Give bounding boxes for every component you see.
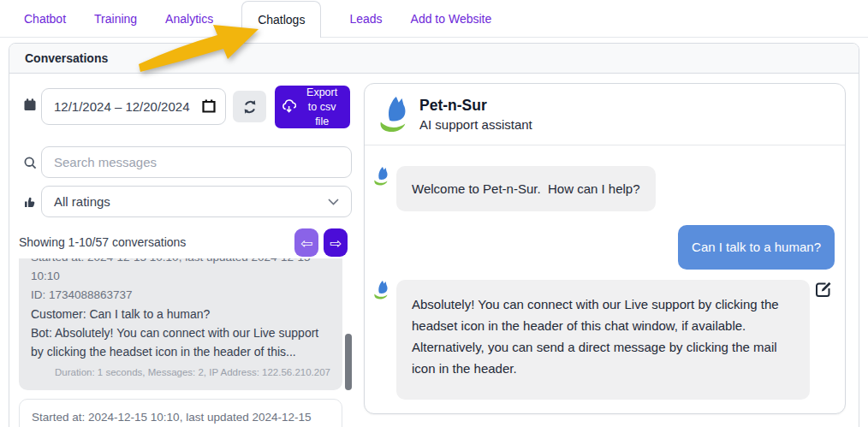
date-range-wrap bbox=[41, 88, 226, 125]
arrow-left-icon: ⇦ bbox=[300, 234, 312, 252]
top-tabbar: Chatbot Training Analytics Chatlogs Lead… bbox=[0, 0, 868, 38]
edit-icon bbox=[813, 280, 833, 299]
search-input[interactable] bbox=[41, 146, 352, 178]
panel-title: Conversations bbox=[25, 51, 108, 65]
chevron-down-icon bbox=[328, 199, 339, 205]
bot-avatar-icon bbox=[373, 280, 390, 300]
user-message-bubble: Can I talk to a human? bbox=[678, 225, 835, 270]
bot-avatar-icon bbox=[373, 166, 390, 187]
chat-body: Welcome to Pet-n-Sur. How can I help? Ca… bbox=[365, 145, 845, 400]
cloud-download-icon bbox=[282, 99, 296, 115]
ratings-selected-value: All ratings bbox=[54, 194, 110, 209]
refresh-button[interactable] bbox=[233, 91, 266, 122]
chat-subtitle: AI support assistant bbox=[419, 117, 532, 132]
prev-page-button[interactable]: ⇦ bbox=[294, 228, 318, 257]
panel-header: Conversations bbox=[9, 44, 859, 74]
bot-message-row: Welcome to Pet-n-Sur. How can I help? bbox=[373, 166, 835, 211]
edit-message-button[interactable] bbox=[813, 280, 833, 302]
conversation-id: ID: 1734088863737 bbox=[31, 286, 330, 305]
user-message-row: Can I talk to a human? bbox=[373, 225, 835, 270]
conversation-started-line: Started at: 2024-12-15 10:10, last updat… bbox=[31, 258, 330, 286]
bot-message-bubble: Absolutely! You can connect with our Liv… bbox=[396, 280, 810, 400]
chat-preview-card: Pet-n-Sur AI support assistant Welcome t… bbox=[364, 83, 846, 414]
thumbs-up-icon bbox=[23, 195, 36, 209]
tab-add-to-website[interactable]: Add to Website bbox=[411, 1, 492, 37]
conversation-meta: Duration: 1 seconds, Messages: 2, IP Add… bbox=[31, 363, 330, 382]
tab-leads[interactable]: Leads bbox=[349, 1, 382, 37]
tab-chatbot[interactable]: Chatbot bbox=[24, 1, 66, 37]
calendar-picker-icon[interactable] bbox=[200, 98, 217, 115]
export-csv-button[interactable]: Export to csv file bbox=[275, 86, 350, 128]
arrow-right-icon: ⇨ bbox=[330, 234, 342, 252]
conversation-bot-line: Bot: Absolutely! You can connect with ou… bbox=[31, 323, 330, 361]
panel-body: Export to csv file All ratings Showing 1… bbox=[9, 74, 859, 427]
chat-title: Pet-n-Sur bbox=[419, 97, 532, 115]
ratings-select[interactable]: All ratings bbox=[41, 186, 352, 217]
conversation-customer-line: Customer: Can I talk to a human? bbox=[31, 305, 330, 323]
search-icon bbox=[23, 156, 38, 170]
refresh-icon bbox=[241, 98, 259, 116]
chat-header: Pet-n-Sur AI support assistant bbox=[365, 84, 845, 145]
tab-training[interactable]: Training bbox=[94, 1, 137, 37]
tab-chatlogs[interactable]: Chatlogs bbox=[241, 1, 321, 38]
bot-message-row: Absolutely! You can connect with our Liv… bbox=[373, 280, 835, 400]
calendar-icon bbox=[23, 98, 37, 112]
conversation-list: Started at: 2024-12-15 10:10, last updat… bbox=[19, 258, 342, 427]
conversation-list-item[interactable]: Started at: 2024-12-15 10:10, last updat… bbox=[19, 399, 342, 427]
next-page-button[interactable]: ⇨ bbox=[324, 228, 348, 257]
date-range-input[interactable] bbox=[41, 88, 226, 125]
bot-message-bubble: Welcome to Pet-n-Sur. How can I help? bbox=[396, 166, 656, 211]
tab-analytics[interactable]: Analytics bbox=[165, 1, 213, 37]
conversations-panel: Conversations bbox=[9, 43, 859, 427]
list-scrollbar[interactable] bbox=[345, 334, 352, 390]
showing-count-text: Showing 1-10/57 conversations bbox=[19, 235, 186, 249]
conversation-list-item[interactable]: Started at: 2024-12-15 10:10, last updat… bbox=[19, 258, 342, 390]
export-csv-label: Export to csv file bbox=[300, 86, 343, 129]
conversation-started-line: Started at: 2024-12-15 10:10, last updat… bbox=[32, 408, 330, 427]
petnsur-logo-icon bbox=[378, 95, 411, 134]
